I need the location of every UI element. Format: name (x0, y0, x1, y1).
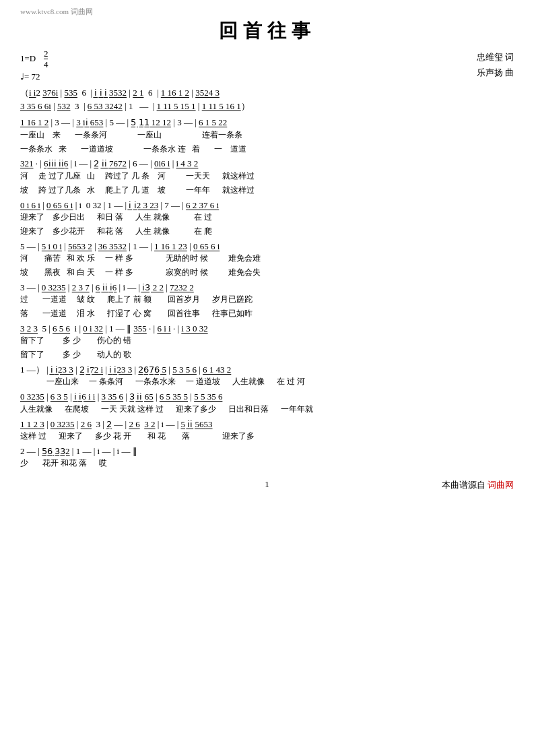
notation-row-2: 3 35 6 6i | 532 3 | 6 53 3242 | 1 — | 1 … (20, 100, 514, 113)
lyric-row-6b: 坡 黑夜 和 白 天 一 样 多 寂寞的时 候 难免会失 (20, 267, 514, 278)
lyric-row-9a: 一座山来 一 条条河 一条条水来 一 道道坡 人生就像 在 过 河 (20, 376, 514, 387)
composer-name: 乐声扬 (477, 67, 503, 77)
lyric-row-3a: 一座山 来 一条条河 一座山 连着一条条 (20, 129, 514, 141)
notation-row-10: 0 3235 | 6 3 5 | i̲ i̲6 i i | 3 35 6 | 3… (20, 390, 514, 404)
header-row: 1=D 24 ♩= 72 忠维玺 词 乐声扬 曲 (20, 49, 514, 84)
notation-row-7: 3 — | 0 3235 | 2 3 7 | 6 i̲i̲ i̲6 | i — … (20, 281, 514, 294)
page-number: 1 (185, 479, 349, 491)
lyric-row-10a: 人生就像 在爬坡 一天 天就 这样 过 迎来了多少 日出和日落 一年年就 (20, 404, 514, 415)
source-label: 本曲谱源自 (442, 480, 486, 490)
lyric-row-5b: 迎来了 多少花开 和花 落 人生 就像 在 爬 (20, 226, 514, 237)
notation-row-12: 2 — | 5̲6̲ 3̲3̲2 | 1 — | i — | i — ‖ (20, 445, 514, 458)
lyricist-name: 忠维玺 (477, 52, 503, 62)
lyric-row-5a: 迎来了 多少日出 和日 落 人生 就像 在 过 (20, 212, 514, 223)
notation-row-9: 1 —） | i̲ i̲23 3 | 2̲ i̲72 i | i̲ i̲23 3… (20, 363, 514, 377)
author-info: 忠维玺 词 乐声扬 曲 (477, 49, 514, 81)
lyric-row-3b: 一条条水 来 一道道坡 一条条水 连 着 一 道道 (20, 144, 514, 155)
time-signature: 24 (44, 49, 48, 70)
watermark: www.ktvc8.com 词曲网 (20, 7, 514, 17)
composer-label: 曲 (505, 67, 514, 77)
source-site: 词曲网 (488, 480, 514, 490)
lyric-row-4a: 河 走 过了几座 山 跨过了 几 条 河 一天天 就这样过 (20, 170, 514, 182)
lyric-row-11a: 这样 过 迎来了 多少 花 开 和 花 落 迎来了多 (20, 431, 514, 442)
notation-row-5: 0 i 6 i | 0 65 6 i | i 0 32 | 1 — | i̲ i… (20, 199, 514, 212)
lyric-row-4b: 坡 跨 过了几条 水 爬上了 几 道 坡 一年年 就这样过 (20, 185, 514, 196)
notation-row-6: 5 — | 5 i 0 i | 5653 2 | 36 3532 | 1 — |… (20, 240, 514, 253)
notation-row-11: 1 1 2 3 | 0 3235 | 2 6 3 | 2̣ — | 2 6 3 … (20, 418, 514, 431)
notation-row-8: 3 2 3 5 | 6 5 6 i | 0 i 32 | 1 — ‖ 355 ·… (20, 322, 514, 336)
lyric-row-7b: 落 一道道 泪 水 打湿了 心 窝 回首往事 往事已如昨 (20, 308, 514, 319)
title: 回首往事 (20, 18, 514, 44)
sheet-music: （i i2 376i | 535 6 | i̲ i̲ i̲ 3532 | 2 1… (20, 86, 514, 469)
notation-row-3: 1 16 1 2 | 3 — | 3 ii̲ 653 | 5 — | 5̲ 1̲… (20, 116, 514, 129)
key-info: 1=D 24 ♩= 72 (20, 49, 48, 84)
lyric-row-8a: 留下了 多 少 伤心的 错 (20, 335, 514, 346)
source-info: 本曲谱源自 词曲网 (349, 479, 514, 491)
page-footer: 1 本曲谱源自 词曲网 (20, 479, 514, 491)
lyricist-label: 词 (505, 52, 514, 62)
lyric-row-7a: 过 一道道 皱 纹 爬上了 前 额 回首岁月 岁月已蹉跎 (20, 294, 514, 305)
lyric-row-6a: 河 痛苦 和 欢 乐 一 样 多 无助的时 候 难免会难 (20, 253, 514, 264)
notation-row-1: （i i2 376i | 535 6 | i̲ i̲ i̲ 3532 | 2 1… (20, 86, 514, 100)
lyric-row-12a: 少 花开 和花 落 哎 (20, 458, 514, 469)
notation-row-4: 321 · | 6i̲i̲i̲ i̲i̲6 | i — | 2̲ i̲i̲ 76… (20, 157, 514, 170)
lyric-row-8b: 留下了 多 少 动人的 歌 (20, 349, 514, 360)
